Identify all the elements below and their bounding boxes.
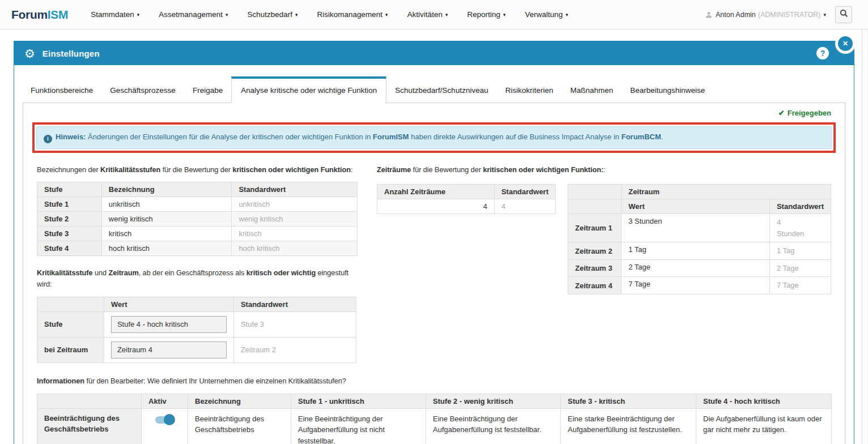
- tab-funktionsbereiche[interactable]: Funktionsbereiche: [22, 79, 101, 103]
- table-row: Stufe 3 kritisch kritisch: [37, 227, 358, 241]
- period-value-cell[interactable]: 7 Tage: [622, 277, 770, 294]
- row-label: Zeitraum 3: [568, 259, 622, 277]
- gear-icon: ⚙: [24, 48, 35, 59]
- period-default-cell: 7 Tage: [769, 277, 831, 294]
- tab-freigabe[interactable]: Freigabe: [184, 79, 231, 103]
- level-default-cell: kritisch: [232, 227, 358, 241]
- help-button[interactable]: ?: [816, 47, 829, 59]
- periods-section: Zeiträume für die Bewertung der kritisch…: [377, 160, 831, 363]
- menu-schutzbedarf[interactable]: Schutzbedarf: [247, 10, 297, 19]
- level-default-cell: unkritisch: [232, 197, 358, 212]
- level-default-cell: wenig kritisch: [232, 212, 358, 227]
- stufe4-description-cell[interactable]: Die Aufgabenerfüllung ist kaum oder gar …: [696, 408, 832, 444]
- table-row: Stufe 2 wenig kritisch wenig kritisch: [37, 212, 358, 227]
- editor-info-section: Informationen für den Bearbeiter: Wie de…: [37, 375, 831, 444]
- empty-header-cell: [568, 185, 622, 199]
- menu-stammdaten[interactable]: Stammdaten: [91, 10, 139, 19]
- col-header-anzahl: Anzahl Zeiträume: [377, 185, 495, 199]
- table-row: 4 4: [377, 199, 556, 214]
- period-value-cell[interactable]: 3 Stunden: [622, 214, 770, 242]
- level-value-cell[interactable]: kritisch: [101, 227, 232, 241]
- chevron-down-icon: [385, 12, 388, 18]
- vertical-scrollbar[interactable]: [862, 29, 868, 444]
- release-status: ✔Freigegeben: [37, 108, 831, 120]
- check-icon: ✔: [778, 109, 785, 117]
- close-button[interactable]: ✕: [838, 36, 853, 51]
- info-intro: Informationen für den Bearbeiter: Wie de…: [37, 375, 831, 387]
- table-group-header-row: Zeitraum: [568, 185, 831, 199]
- col-header-wert: Wert: [104, 297, 233, 311]
- main-menu: Stammdaten Assetmanagement Schutzbedarf …: [91, 10, 568, 19]
- empty-header-cell: [37, 394, 142, 408]
- bezeichnung-cell[interactable]: Beeinträchtigung des Geschäftsbetriebs: [188, 408, 291, 444]
- app-logo[interactable]: ForumISM: [11, 8, 68, 22]
- info-icon: i: [44, 135, 52, 143]
- tab-analyse-kritische-funktion[interactable]: Analyse kritische oder wichtige Funktion: [231, 76, 386, 103]
- stufe3-description-cell[interactable]: Eine starke Beeinträchtigung der Aufgabe…: [561, 408, 696, 444]
- threshold-intro: Kritikalitätsstufe und Zeitraum, ab der …: [37, 267, 358, 290]
- row-label: Zeitraum 2: [568, 242, 622, 260]
- col-header-stufe3: Stufe 3 - kritisch: [561, 394, 696, 408]
- table-header-row: Stufe Bezeichnung Standardwert: [37, 182, 358, 197]
- stufe-select-field[interactable]: [111, 316, 227, 333]
- period-default-cell: 2 Tage: [769, 259, 831, 277]
- row-label: Stufe 4: [37, 241, 102, 256]
- threshold-table: Wert Standardwert Stufe Stufe 3 bei Zeit…: [37, 297, 356, 363]
- stufe2-description-cell[interactable]: Eine Beeinträchtigung der Aufgabenerfüll…: [426, 408, 561, 444]
- chevron-down-icon: [225, 12, 228, 18]
- chevron-down-icon: [137, 12, 140, 18]
- col-header-bezeichnung: Bezeichnung: [188, 394, 291, 408]
- period-count-table: Anzahl Zeiträume Standardwert 4 4: [377, 184, 556, 214]
- tab-content-panel: ✔Freigegeben iHinweis: Änderungen der Ei…: [23, 103, 845, 444]
- periods-table: Zeitraum Wert Standardwert Zeitraum 1 3 …: [568, 184, 831, 294]
- col-header-bezeichnung: Bezeichnung: [101, 182, 232, 197]
- col-header-stufe2: Stufe 2 - wenig kritisch: [426, 394, 561, 408]
- settings-window: ⚙ Einstellungen ? ✕ Funktionsbereiche Ge…: [14, 41, 854, 444]
- period-value-cell[interactable]: 1 Tag: [622, 242, 770, 260]
- window-title: Einstellungen: [42, 49, 100, 58]
- menu-aktivitaeten[interactable]: Aktivitäten: [407, 10, 448, 19]
- logo-part-ism: ISM: [48, 8, 68, 21]
- level-value-cell[interactable]: hoch kritisch: [101, 241, 232, 256]
- period-value-cell[interactable]: 2 Tage: [622, 259, 770, 277]
- row-label: Stufe 2: [37, 212, 102, 227]
- chevron-down-icon: [295, 12, 298, 18]
- tab-massnahmen[interactable]: Maßnahmen: [561, 79, 622, 103]
- table-row: Zeitraum 4 7 Tage 7 Tage: [568, 277, 831, 294]
- col-header-standardwert: Standardwert: [232, 182, 358, 197]
- tab-schutzbedarf-schutzniveau[interactable]: Schutzbedarf/Schutzniveau: [386, 79, 496, 103]
- col-header-stufe: Stufe: [37, 182, 102, 197]
- period-count-value[interactable]: 4: [377, 199, 495, 214]
- tab-bearbeitungshinweise[interactable]: Bearbeitungshinweise: [622, 79, 713, 103]
- menu-assetmanagement[interactable]: Assetmanagement: [159, 10, 228, 19]
- status-label: Freigegeben: [788, 109, 831, 117]
- logo-part-forum: Forum: [11, 8, 48, 21]
- period-default-cell: 4 Stunden: [769, 214, 831, 242]
- search-button[interactable]: [835, 6, 852, 23]
- aktiv-toggle[interactable]: [155, 416, 174, 424]
- settings-tabbar: Funktionsbereiche Geschäftsprozesse Frei…: [14, 65, 854, 103]
- level-value-cell[interactable]: unkritisch: [101, 197, 232, 212]
- table-row: Zeitraum 3 2 Tage 2 Tage: [568, 259, 831, 277]
- stufe1-description-cell[interactable]: Eine Beeinträchtigung der Aufgabenerfüll…: [291, 408, 426, 444]
- level-value-cell[interactable]: wenig kritisch: [101, 212, 232, 227]
- menu-verwaltung[interactable]: Verwaltung: [525, 10, 568, 19]
- table-row: Beeinträchtigung des Geschäftsbetriebs B…: [37, 408, 832, 444]
- table-header-row: Anzahl Zeiträume Standardwert: [377, 185, 556, 199]
- row-label: Beeinträchtigung des Geschäftsbetriebs: [37, 408, 142, 444]
- zeitraum-select-field[interactable]: [111, 341, 227, 358]
- user-role: (ADMINISTRATOR): [758, 11, 821, 19]
- period-default-cell: 1 Tag: [769, 242, 831, 260]
- tab-geschaeftsprozesse[interactable]: Geschäftsprozesse: [101, 79, 184, 103]
- row-label: Stufe 3: [37, 227, 102, 241]
- row-label: Stufe: [37, 311, 104, 337]
- tab-risikokriterien[interactable]: Risikokriterien: [497, 79, 562, 103]
- threshold-default-cell: Stufe 3: [233, 311, 356, 337]
- top-navigation-bar: ForumISM Stammdaten Assetmanagement Schu…: [0, 0, 868, 29]
- user-menu[interactable]: Anton Admin (ADMINISTRATOR): [705, 11, 826, 19]
- menu-risikomanagement[interactable]: Risikomanagement: [317, 10, 388, 19]
- table-header-row: Wert Standardwert: [568, 199, 831, 214]
- menu-reporting[interactable]: Reporting: [467, 10, 505, 19]
- hint-banner: iHinweis: Änderungen der Einstellungen f…: [36, 126, 832, 149]
- chevron-down-icon: [503, 12, 506, 18]
